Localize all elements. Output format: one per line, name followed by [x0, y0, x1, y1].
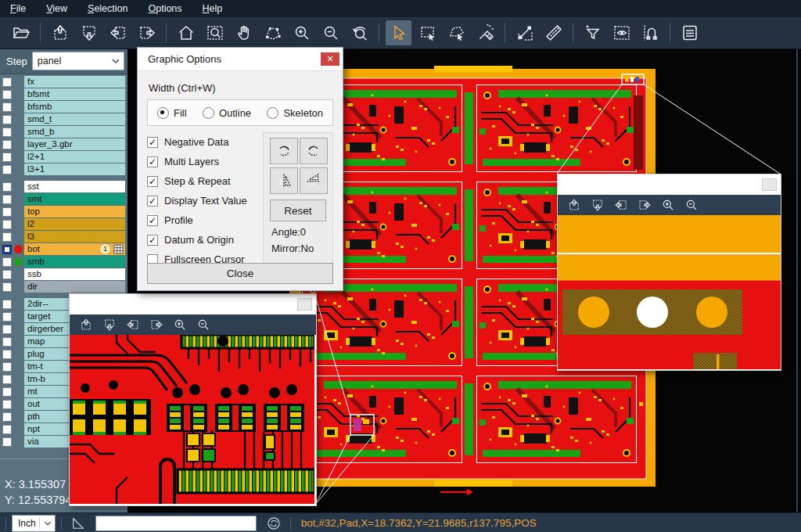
layer-checkbox-bfsmb[interactable]	[2, 102, 12, 112]
close-button[interactable]: Close	[147, 263, 333, 284]
radio-fill[interactable]: Fill	[157, 107, 187, 119]
grid-icon[interactable]	[113, 244, 124, 254]
zoom-in-button[interactable]	[170, 316, 190, 333]
checkbox[interactable]: ✓	[147, 196, 158, 207]
layer-checkbox-out[interactable]	[2, 400, 12, 409]
layer-checkbox-pth[interactable]	[2, 412, 12, 422]
close-icon[interactable]: ✕	[321, 52, 339, 66]
option-multi-layers[interactable]: ✓Multi Layers	[147, 152, 263, 171]
option-profile[interactable]: ✓Profile	[147, 210, 263, 230]
rect-select-tool-button[interactable]	[415, 20, 440, 45]
ruler-tool-button[interactable]	[541, 20, 566, 45]
move-down-button[interactable]	[587, 196, 608, 214]
radio-skeleton[interactable]: Skeleton	[267, 107, 323, 119]
dialog-titlebar[interactable]: Graphic Options ✕	[138, 48, 343, 71]
layer-checkbox-l2+1[interactable]	[2, 153, 12, 162]
layer-checkbox-dir[interactable]	[2, 282, 12, 292]
corner-origin-icon[interactable]	[70, 516, 86, 531]
window-minimize-button[interactable]	[297, 298, 312, 311]
move-left-button[interactable]	[123, 316, 143, 333]
layer-row-fx[interactable]: fx	[0, 76, 128, 88]
layer-checkbox-bot[interactable]	[2, 245, 12, 254]
mirror-vertical-button[interactable]	[300, 167, 328, 194]
move-right-button[interactable]	[134, 20, 160, 45]
layer-name[interactable]: l3	[24, 231, 125, 243]
layer-name[interactable]: l2	[24, 218, 125, 230]
layer-row-l3+1[interactable]: l3+1	[0, 164, 128, 175]
polygon-select-tool-button[interactable]	[444, 20, 469, 45]
zoom-previous-button[interactable]	[347, 20, 372, 45]
move-up-button[interactable]	[76, 316, 96, 333]
rotate-ccw-button[interactable]	[300, 138, 328, 164]
zoom-out-button[interactable]	[681, 196, 702, 214]
reset-button[interactable]: Reset	[270, 200, 326, 221]
window-minimize-button[interactable]	[762, 178, 777, 191]
view-options-button[interactable]	[609, 20, 634, 45]
layer-row-bfsmb[interactable]: bfsmb	[0, 101, 128, 113]
command-input[interactable]	[95, 516, 257, 531]
layer-row-l3[interactable]: l3	[0, 231, 128, 243]
layer-row-bot[interactable]: bot1	[0, 243, 128, 255]
refresh-icon[interactable]	[266, 516, 282, 531]
layer-checkbox-smd_t[interactable]	[2, 115, 12, 124]
checkbox[interactable]: ✓	[147, 156, 158, 167]
layer-checkbox-bfsmt[interactable]	[2, 90, 12, 99]
layer-row-l2[interactable]: l2	[0, 218, 128, 230]
step-select[interactable]: panel	[32, 52, 124, 70]
checkbox[interactable]: ✓	[147, 176, 158, 187]
move-down-button[interactable]	[76, 20, 102, 45]
pan-view-button[interactable]	[231, 20, 257, 45]
unit-select[interactable]: Inch	[12, 515, 56, 532]
menu-options[interactable]: Options	[138, 0, 192, 17]
checkbox[interactable]: ✓	[147, 235, 158, 246]
measure-tool-button[interactable]	[512, 20, 537, 45]
radio-circle[interactable]	[267, 107, 278, 119]
menu-view[interactable]: View	[36, 0, 77, 17]
layer-row-ssb[interactable]: ssb	[0, 268, 128, 280]
radio-circle[interactable]	[157, 107, 169, 119]
layer-checkbox-dirgerber[interactable]	[2, 325, 12, 334]
layer-name[interactable]: smt	[24, 193, 125, 205]
layer-checkbox-npt[interactable]	[2, 425, 12, 434]
layer-name[interactable]: bfsmt	[24, 88, 125, 100]
layer-checkbox-mt[interactable]	[2, 387, 12, 397]
radio-outline[interactable]: Outline	[203, 107, 251, 119]
menu-selection[interactable]: Selection	[77, 0, 138, 17]
rotate-cw-button[interactable]	[270, 138, 298, 164]
layer-checkbox-smb[interactable]	[2, 257, 12, 267]
zoom-out-button[interactable]	[193, 316, 214, 333]
layer-name[interactable]: smd_t	[24, 113, 125, 125]
layer-checkbox-sst[interactable]	[2, 182, 12, 192]
menu-file[interactable]: File	[0, 0, 36, 17]
layer-name[interactable]: smd_b	[24, 126, 125, 138]
zoom-window-button[interactable]	[202, 20, 228, 45]
move-right-button[interactable]	[634, 196, 655, 214]
layer-row-l2+1[interactable]: l2+1	[0, 151, 128, 163]
layer-checkbox-l3+1[interactable]	[2, 165, 12, 174]
layer-row-smd_t[interactable]: smd_t	[0, 113, 128, 125]
zoom-window-detail-titlebar[interactable]	[70, 294, 316, 315]
checkbox[interactable]: ✓	[147, 137, 158, 148]
snap-tool-button[interactable]	[638, 20, 663, 45]
layer-row-sst[interactable]: sst	[0, 181, 128, 192]
layer-checkbox-2dir--[interactable]	[2, 300, 12, 309]
move-down-button[interactable]	[99, 316, 120, 333]
layer-checkbox-layer_3.gbr[interactable]	[2, 140, 12, 149]
layer-name[interactable]: bot1	[24, 243, 125, 255]
layer-notes-button[interactable]	[677, 20, 702, 45]
layer-checkbox-top[interactable]	[2, 207, 12, 217]
layer-checkbox-tm-b[interactable]	[2, 375, 12, 384]
layer-name[interactable]: top	[24, 206, 125, 217]
layer-row-dir[interactable]: dir	[0, 281, 128, 293]
layer-checkbox-smt[interactable]	[2, 195, 12, 204]
zoom-window-pads-view[interactable]	[558, 215, 781, 369]
layer-checkbox-ssb[interactable]	[2, 270, 12, 279]
home-view-button[interactable]	[173, 20, 199, 45]
clean-tool-button[interactable]	[472, 20, 498, 45]
layer-checkbox-fx[interactable]	[2, 77, 12, 87]
layer-row-smb[interactable]: smb	[0, 256, 128, 268]
option-datum-origin[interactable]: ✓Datum & Origin	[147, 230, 263, 250]
option-step-repeat[interactable]: ✓Step & Repeat	[147, 171, 263, 191]
layer-checkbox-plug[interactable]	[2, 350, 12, 359]
layer-checkbox-l3[interactable]	[2, 232, 12, 242]
